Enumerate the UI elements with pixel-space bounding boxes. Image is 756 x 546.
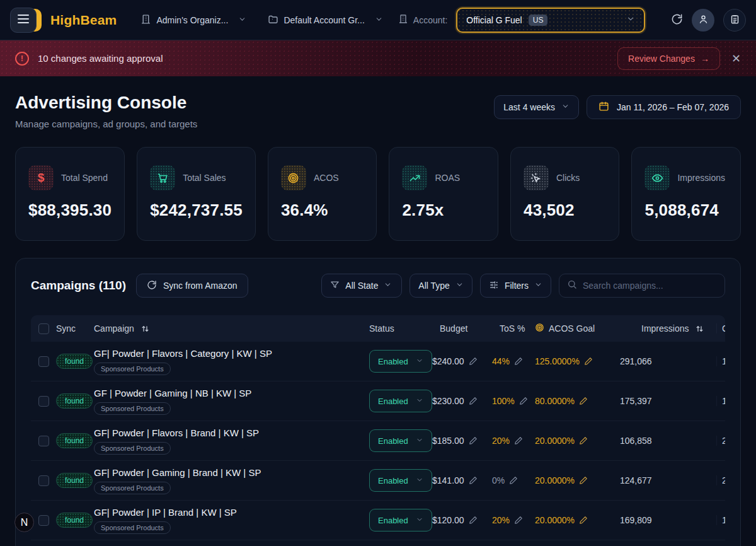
cart-icon (150, 165, 175, 190)
edit-budget-icon[interactable] (469, 357, 478, 366)
column-impressions: Impressions (641, 323, 689, 334)
table-header: Sync Campaign Status Budget ToS % ACOS G… (31, 315, 725, 342)
edit-acos-goal-icon[interactable] (584, 357, 593, 366)
status-select[interactable]: Enabled (369, 509, 432, 531)
edit-acos-goal-icon[interactable] (579, 476, 588, 485)
sync-from-amazon-button[interactable]: Sync from Amazon (136, 274, 248, 298)
chevron-down-icon (236, 15, 246, 25)
edit-budget-icon[interactable] (469, 397, 478, 405)
budget-value: $141.00 (432, 475, 464, 485)
stat-value: 2.75x (402, 200, 485, 220)
alert-circle-icon: ! (15, 52, 29, 66)
chevron-down-icon (626, 15, 635, 26)
sort-icon[interactable] (695, 324, 704, 334)
status-select[interactable]: Enabled (369, 469, 432, 492)
campaigns-title: Campaigns (110) (31, 279, 126, 293)
table-row: found GF| Powder | Gaming | Brand | KW |… (31, 461, 725, 501)
acos-goal-value: 20.0000% (535, 475, 575, 485)
sliders-icon (489, 280, 499, 292)
column-campaign: Campaign (94, 323, 134, 334)
select-all-checkbox[interactable] (38, 323, 49, 334)
edit-budget-icon[interactable] (469, 516, 478, 525)
edit-acos-goal-icon[interactable] (579, 397, 588, 405)
budget-value: $185.00 (432, 436, 464, 446)
campaign-type-tag: Sponsored Products (94, 402, 171, 415)
edit-tos-icon[interactable] (514, 357, 523, 366)
account-select[interactable]: Official G Fuel US (456, 8, 645, 33)
menu-toggle[interactable] (10, 8, 42, 33)
chevron-down-icon (534, 281, 542, 291)
impressions-value: 291,066 (620, 356, 652, 366)
row-checkbox[interactable] (38, 396, 49, 407)
table-row: found GF | Powder | Gaming | NB | KW | S… (31, 381, 725, 421)
building-icon (140, 14, 151, 26)
type-filter-select[interactable]: All Type (410, 274, 472, 298)
refresh-icon (147, 280, 157, 292)
review-changes-button[interactable]: Review Changes → (617, 47, 720, 70)
sync-status-badge: found (56, 513, 93, 528)
refresh-button[interactable] (671, 13, 683, 27)
campaign-type-tag: Sponsored Products (94, 363, 171, 375)
tos-value: 0% (492, 475, 505, 485)
column-budget: Budget (432, 323, 492, 334)
acos-goal-value: 80.0000% (535, 396, 575, 406)
status-select[interactable]: Enabled (369, 429, 432, 452)
edit-tos-icon[interactable] (514, 516, 523, 525)
search-icon (567, 279, 577, 292)
tos-value: 20% (492, 436, 510, 446)
organization-select[interactable]: Admin's Organiz... (134, 9, 253, 32)
status-select[interactable]: Enabled (369, 390, 432, 412)
campaign-name: GF| Powder | Flavors | Category | KW | S… (94, 348, 272, 359)
brand-logo[interactable]: HighBeam (50, 13, 117, 28)
table-row: found GF| Powder | IP | Brand | KW | SP … (31, 501, 725, 540)
funnel-icon (330, 280, 340, 291)
campaign-type-tag: Sponsored Products (94, 442, 171, 455)
search-box (559, 274, 725, 298)
edit-acos-goal-icon[interactable] (579, 436, 588, 445)
sort-icon[interactable] (140, 324, 150, 334)
row-checkbox[interactable] (38, 475, 49, 486)
chevron-down-icon (416, 476, 423, 485)
account-region-badge: US (529, 15, 548, 26)
chevron-down-icon (416, 516, 423, 525)
stat-value: 43,502 (524, 200, 607, 220)
clipboard-button[interactable] (723, 9, 746, 32)
page-header: Advertising Console Manage campaigns, ad… (0, 76, 756, 129)
approval-banner: ! 10 changes awaiting approval Review Ch… (0, 40, 756, 76)
dollar-icon: $ (28, 165, 54, 190)
stat-card-roas: ROAS 2.75x (389, 147, 498, 241)
date-range-preset-select[interactable]: Last 4 weeks (494, 95, 579, 119)
clicks-value: 2,1 (722, 475, 725, 485)
edit-tos-icon[interactable] (519, 397, 528, 405)
edit-budget-icon[interactable] (469, 436, 478, 445)
account-group-select[interactable]: Default Account Gr... (261, 9, 389, 32)
stat-card-impressions: Impressions 5,088,674 (631, 147, 741, 241)
edit-budget-icon[interactable] (469, 476, 478, 485)
edit-tos-icon[interactable] (514, 436, 523, 445)
row-checkbox[interactable] (38, 515, 49, 526)
page-title: Advertising Console (15, 93, 197, 113)
campaign-name: GF | Powder | Gaming | NB | KW | SP (94, 388, 251, 398)
account-group-label: Default Account Gr... (284, 15, 364, 25)
user-avatar-button[interactable] (692, 9, 714, 32)
date-range-picker[interactable]: Jan 11, 2026 – Feb 07, 2026 (587, 95, 741, 119)
sync-status-badge: found (56, 354, 93, 369)
chevron-down-icon (561, 102, 570, 112)
budget-value: $120.00 (432, 515, 464, 525)
state-filter-select[interactable]: All State (321, 274, 402, 298)
stat-card-clicks: Clicks 43,502 (510, 147, 620, 241)
search-input[interactable] (583, 281, 717, 291)
status-select[interactable]: Enabled (369, 350, 432, 373)
edit-tos-icon[interactable] (509, 476, 518, 485)
dev-tools-badge[interactable]: N (14, 513, 34, 532)
row-checkbox[interactable] (38, 436, 49, 446)
filters-button[interactable]: Filters (480, 274, 551, 298)
stat-card-total-sales: Total Sales $242,737.55 (137, 147, 256, 241)
edit-acos-goal-icon[interactable] (579, 516, 588, 525)
folder-icon (268, 14, 278, 26)
banner-close-button[interactable]: ✕ (731, 52, 741, 66)
row-checkbox[interactable] (38, 356, 49, 367)
tos-value: 20% (492, 515, 510, 525)
arrow-right-icon: → (701, 54, 709, 64)
hamburger-menu-button[interactable] (10, 8, 37, 33)
